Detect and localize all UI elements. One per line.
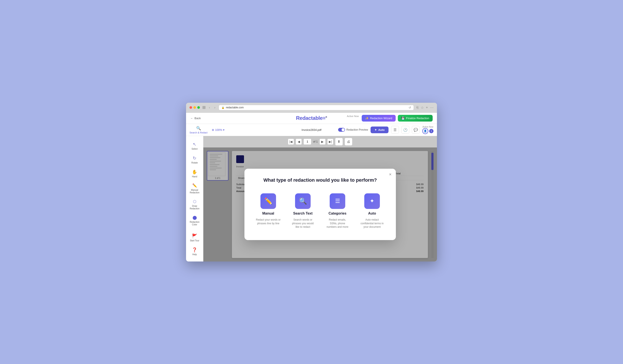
search-redact-tool[interactable]: 🔍 Search & Redact [189, 126, 207, 134]
select-icon: ↖ [193, 142, 196, 147]
active-now-label: Active Now [347, 115, 359, 122]
active-now-text: Active Now [423, 126, 433, 128]
categories-option-title: Categories [329, 212, 347, 215]
app-header: ← Back Redactable≡® Active Now ✨ Redacti… [186, 113, 437, 124]
window-mode-btn[interactable] [202, 106, 205, 109]
plus-icon[interactable]: + [426, 106, 428, 110]
option-card-manual[interactable]: ✏️ Manual Redact your words or phrases l… [253, 191, 283, 231]
last-page-btn[interactable]: ▶| [327, 139, 333, 145]
search-redact-label: Search & Redact [189, 131, 207, 134]
content-area: |◀ ◀ of 1 ▶ ▶| ⬇ 🖨 [203, 136, 437, 261]
search-text-icon: 🔍 [299, 197, 307, 205]
redaction-preview-toggle[interactable]: Redaction Preview [338, 128, 368, 132]
first-page-btn[interactable]: |◀ [288, 139, 294, 145]
sidebar-hand-label: Hand [192, 175, 197, 178]
redaction-type-modal: × What type of redaction would you like … [245, 169, 396, 240]
browser-window: ‹ › 🔒 redactable.com ↺ ⎗ ☆ + ⋯ ← Back Re… [186, 103, 437, 261]
browser-chrome: ‹ › 🔒 redactable.com ↺ ⎗ ☆ + ⋯ [186, 103, 437, 113]
browser-forward-btn[interactable]: › [214, 105, 216, 110]
toolbar: 🔍 Search & Redact ⊕ 100% ▾ Invoice2834.p… [186, 124, 437, 136]
search-redact-icon: 🔍 [196, 126, 201, 131]
manual-option-icon-box: ✏️ [261, 193, 276, 209]
browser-back-btn[interactable]: ‹ [208, 105, 211, 110]
history-btn[interactable]: 🕐 [401, 126, 409, 134]
option-card-categories[interactable]: ☰ Categories Redact emails, SSNs, phone … [322, 191, 353, 231]
toggle-switch[interactable] [338, 128, 345, 132]
finalize-redaction-button[interactable]: 💾 Finalize Redaction [398, 115, 433, 122]
sidebar-item-redaction-color[interactable]: ⬤ RedactionColor [187, 213, 202, 228]
main-layout: ↖ Select ↻ Rotate ✋ Hand ✏️ ManualRedact… [186, 136, 437, 261]
avatar: 👤 [422, 128, 428, 134]
search-text-option-title: Search Text [293, 212, 312, 215]
active-now-section: Active Now 👤 1 [422, 126, 434, 134]
next-page-btn[interactable]: ▶ [319, 139, 326, 145]
sidebar-item-select[interactable]: ↖ Select [187, 140, 202, 152]
sidebar-draw-redaction-label: DrawRedaction [190, 205, 200, 210]
sidebar-start-tour-label: Start Tour [190, 239, 199, 242]
document-view-btn[interactable]: ☰ [391, 126, 399, 134]
sidebar-item-manual-redaction[interactable]: ✏️ ManualRedaction [187, 181, 202, 196]
traffic-lights [189, 106, 200, 109]
comment-icon: 💬 [414, 128, 418, 132]
finalize-btn-label: Finalize Redaction [406, 117, 429, 120]
modal-close-button[interactable]: × [389, 172, 392, 176]
search-text-option-icon-box: 🔍 [295, 193, 311, 209]
doc-icon: ☰ [394, 128, 397, 132]
download-btn[interactable]: ⬇ [335, 138, 343, 146]
zoom-in-icon: ⊕ [212, 128, 214, 131]
sidebar-item-rotate[interactable]: ↻ Rotate [187, 153, 202, 166]
search-text-option-desc: Search words or phrases you would like t… [290, 218, 315, 229]
back-button[interactable]: ← Back [190, 117, 201, 120]
address-bar[interactable]: 🔒 redactable.com ↺ [219, 105, 414, 110]
page-navigator: |◀ ◀ of 1 ▶ ▶| ⬇ 🖨 [203, 136, 437, 148]
preview-label: Redaction Preview [346, 128, 368, 131]
option-card-search-text[interactable]: 🔍 Search Text Search words or phrases yo… [288, 191, 318, 231]
hand-icon: ✋ [192, 169, 197, 174]
save-icon: 💾 [401, 117, 405, 120]
redaction-color-icon: ⬤ [193, 215, 197, 220]
sidebar-item-help[interactable]: ❓ Help [187, 245, 202, 258]
back-arrow-icon: ← [190, 117, 193, 120]
lock-icon: 🔒 [222, 106, 224, 109]
auto-stars-icon: ✦ [370, 198, 375, 204]
sidebar-redaction-color-label: RedactionColor [190, 221, 200, 226]
categories-option-desc: Redact emails, SSNs, phone numbers and m… [325, 218, 350, 229]
zoom-level: 100% [215, 128, 222, 131]
modal-title: What type of redaction would you like to… [253, 177, 387, 183]
redaction-wizard-button[interactable]: ✨ Redaction Wizard [362, 115, 396, 122]
help-icon: ❓ [192, 247, 197, 252]
page-number-input[interactable] [304, 139, 311, 145]
close-traffic-light[interactable] [189, 106, 192, 109]
auto-label: Auto [378, 128, 385, 131]
sidebar-item-start-tour[interactable]: 🚩 Start Tour [187, 231, 202, 244]
sidebar-item-draw-redaction[interactable]: ⬡ DrawRedaction [187, 197, 202, 212]
prev-page-btn[interactable]: ◀ [296, 139, 302, 145]
toggle-knob [342, 128, 345, 131]
page-of-text: of 1 [313, 140, 318, 143]
bookmark-icon[interactable]: ☆ [421, 106, 424, 110]
auto-icon: ✦ [375, 128, 377, 131]
zoom-control[interactable]: ⊕ 100% ▾ [212, 128, 224, 131]
fullscreen-traffic-light[interactable] [197, 106, 200, 109]
auto-button[interactable]: ✦ Auto [371, 127, 389, 133]
options-grid: ✏️ Manual Redact your words or phrases l… [253, 191, 387, 231]
share-icon[interactable]: ⎗ [416, 106, 419, 110]
sidebar-item-hand[interactable]: ✋ Hand [187, 167, 202, 180]
auto-option-title: Auto [368, 212, 376, 215]
option-card-auto[interactable]: ✦ Auto Auto-redact confidential terms in… [357, 191, 387, 231]
pdf-area: 1 of 1 Invoice Item [203, 148, 437, 261]
refresh-icon[interactable]: ↺ [409, 106, 411, 109]
comment-btn[interactable]: 💬 [412, 126, 420, 134]
minimize-traffic-light[interactable] [193, 106, 196, 109]
header-actions: Active Now ✨ Redaction Wizard 💾 Finalize… [347, 115, 433, 122]
sidebar-bottom: 🚩 Start Tour ❓ Help [187, 231, 202, 258]
sidebar-rotate-label: Rotate [191, 162, 198, 164]
url-text: redactable.com [226, 106, 244, 109]
browser-actions: ⎗ ☆ + ⋯ [416, 106, 434, 110]
menu-icon[interactable]: ⋯ [430, 106, 434, 110]
print-btn[interactable]: 🖨 [345, 138, 352, 146]
sidebar-manual-redaction-label: ManualRedaction [190, 189, 200, 194]
manual-option-title: Manual [262, 212, 274, 215]
back-label: Back [195, 117, 201, 120]
modal-overlay: × What type of redaction would you like … [203, 148, 437, 261]
